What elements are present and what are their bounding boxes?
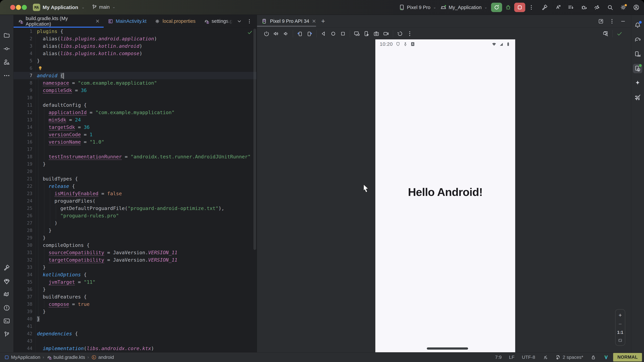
code-line-25[interactable]: 25 getDefaultProguardFile("proguard-andr… bbox=[14, 205, 256, 212]
intention-bulb-icon[interactable] bbox=[37, 65, 43, 71]
breadcrumb-item[interactable]: build.gradle.kts bbox=[46, 355, 85, 360]
vim-mode-badge[interactable]: NORMAL bbox=[613, 353, 642, 362]
code-line-3[interactable]: 3 alias(libs.plugins.kotlin.android) bbox=[14, 42, 256, 50]
zoom-in-button[interactable]: + bbox=[618, 312, 622, 318]
more-run-actions-button[interactable] bbox=[526, 3, 536, 12]
attach-debugger-button[interactable] bbox=[579, 3, 589, 12]
more-vertical-icon[interactable] bbox=[609, 18, 615, 24]
code-line-33[interactable]: 33 } bbox=[14, 264, 256, 271]
code-line-6[interactable]: 6 bbox=[14, 64, 256, 72]
tool-window-app-quality-insights-button[interactable] bbox=[2, 277, 12, 286]
code-line-42[interactable]: 42dependencies { bbox=[14, 330, 256, 337]
settings-button[interactable] bbox=[618, 3, 628, 12]
breadcrumb-item[interactable]: android bbox=[91, 355, 114, 360]
emulator-device-tab[interactable]: Pixel 9 Pro API 34 ✕ bbox=[257, 15, 318, 27]
emulator-device-settings-button[interactable] bbox=[362, 29, 372, 38]
code-line-15[interactable]: 15 versionCode = 1 bbox=[14, 131, 256, 138]
emulator-volume-up-button[interactable] bbox=[271, 29, 281, 38]
macos-close-button[interactable] bbox=[10, 5, 15, 10]
code-line-43[interactable]: 43 bbox=[14, 337, 256, 345]
tool-window-project-folder-button[interactable] bbox=[2, 31, 12, 40]
code-line-11[interactable]: 11 defaultConfig { bbox=[14, 101, 256, 109]
emulator-display-mode-button[interactable] bbox=[352, 29, 362, 38]
tool-window-logcat-button[interactable] bbox=[2, 290, 12, 300]
code-line-20[interactable]: 20 bbox=[14, 168, 256, 175]
code-line-40[interactable]: 40} bbox=[14, 315, 256, 323]
editor-tab-2[interactable]: MainActivity.kt bbox=[104, 15, 150, 27]
device-selector[interactable]: Pixel 9 Pro ⌄ bbox=[398, 4, 436, 11]
tool-window-build-hammer-button[interactable] bbox=[2, 263, 12, 272]
code-line-31[interactable]: 31 sourceCompatibility = JavaVersion.VER… bbox=[14, 249, 256, 256]
project-widget[interactable]: MA My Application ⌄ bbox=[33, 4, 85, 11]
code-line-38[interactable]: 38 compose = true bbox=[14, 301, 256, 308]
phone-screen[interactable]: 10:20 Hello Android! bbox=[375, 39, 515, 352]
code-line-39[interactable]: 39 } bbox=[14, 308, 256, 315]
emulator-rotate-left-button[interactable] bbox=[295, 29, 305, 38]
tool-window-airplane-button[interactable] bbox=[633, 93, 642, 102]
stop-button[interactable] bbox=[514, 3, 525, 12]
search-button[interactable] bbox=[606, 3, 615, 12]
code-line-28[interactable]: 28 } bbox=[14, 227, 256, 234]
tool-window-terminal-button[interactable] bbox=[2, 316, 12, 326]
code-line-27[interactable]: 27 ) bbox=[14, 219, 256, 227]
tool-window-running-devices-button[interactable] bbox=[633, 64, 642, 73]
code-editor[interactable]: 1plugins {2 alias(libs.plugins.android.a… bbox=[14, 28, 256, 352]
macos-minimize-button[interactable] bbox=[16, 5, 21, 10]
code-line-23[interactable]: 23 isMinifyEnabled = false bbox=[14, 190, 256, 197]
code-line-14[interactable]: 14 targetSdk = 36 bbox=[14, 123, 256, 131]
editor-scrollbar[interactable] bbox=[254, 29, 256, 250]
tab-list-dropdown[interactable] bbox=[236, 18, 242, 24]
code-line-34[interactable]: 34 kotlinOptions { bbox=[14, 271, 256, 278]
code-line-1[interactable]: 1plugins { bbox=[14, 28, 256, 35]
readonly-toggle[interactable] bbox=[591, 355, 596, 360]
ai-assistant-status[interactable] bbox=[542, 355, 548, 360]
run-configuration-selector[interactable]: My_Application ⌄ bbox=[440, 4, 487, 11]
caret-position[interactable]: 7:9 bbox=[495, 355, 502, 360]
close-icon[interactable]: ✕ bbox=[96, 18, 100, 24]
minimize-icon[interactable] bbox=[620, 18, 626, 24]
zoom-to-fit-icon[interactable] bbox=[618, 338, 622, 343]
file-encoding[interactable]: UTF-8 bbox=[522, 355, 535, 360]
code-line-41[interactable]: 41 bbox=[14, 323, 256, 330]
code-line-4[interactable]: 4 alias(libs.plugins.kotlin.compose) bbox=[14, 50, 256, 57]
emulator-home-button[interactable] bbox=[328, 29, 338, 38]
tool-window-gemini-sparkle-button[interactable] bbox=[633, 78, 642, 88]
emulator-rotate-right-button[interactable] bbox=[305, 29, 314, 38]
code-line-37[interactable]: 37 buildFeatures { bbox=[14, 293, 256, 301]
code-line-21[interactable]: 21 buildTypes { bbox=[14, 175, 256, 183]
apply-code-changes-button[interactable] bbox=[566, 3, 576, 12]
apply-changes-button[interactable] bbox=[553, 3, 562, 12]
emulator-volume-down-button[interactable] bbox=[281, 29, 291, 38]
code-line-36[interactable]: 36 } bbox=[14, 286, 256, 293]
code-line-18[interactable]: 18 testInstrumentationRunner = "androidx… bbox=[14, 153, 256, 160]
code-line-8[interactable]: 8 namespace = "com.example.myapplication… bbox=[14, 79, 256, 87]
editor-tab-4[interactable]: settings.g bbox=[200, 15, 236, 27]
code-line-30[interactable]: 30 compileOptions { bbox=[14, 242, 256, 249]
tool-window-version-control-button[interactable] bbox=[2, 330, 12, 339]
indent-config[interactable]: 2 spaces* bbox=[555, 355, 583, 360]
emulator-screenshot-button[interactable] bbox=[372, 29, 381, 38]
profiler-button[interactable] bbox=[592, 3, 602, 12]
tool-window-commit-button[interactable] bbox=[2, 44, 12, 53]
emulator-frames-search-button[interactable] bbox=[601, 29, 610, 38]
inspections-ok-icon[interactable] bbox=[247, 29, 253, 35]
tool-window-resource-manager-button[interactable] bbox=[2, 57, 12, 67]
add-device-tab-button[interactable]: + bbox=[318, 17, 328, 25]
ideavim-toggle[interactable] bbox=[604, 355, 609, 360]
code-line-10[interactable]: 10 bbox=[14, 94, 256, 101]
tool-window-gradle-elephant-button[interactable] bbox=[633, 35, 642, 44]
tool-window-notifications-bell-button[interactable] bbox=[633, 21, 642, 30]
zoom-out-button[interactable]: − bbox=[618, 321, 622, 327]
account-button[interactable] bbox=[632, 3, 641, 12]
open-in-window-icon[interactable] bbox=[598, 18, 604, 24]
code-line-29[interactable]: 29 } bbox=[14, 234, 256, 242]
emulator-check-button[interactable] bbox=[615, 29, 624, 38]
macos-zoom-button[interactable] bbox=[22, 5, 27, 10]
code-line-2[interactable]: 2 alias(libs.plugins.android.application… bbox=[14, 35, 256, 42]
tool-window-problems-button[interactable] bbox=[2, 303, 12, 313]
close-icon[interactable]: ✕ bbox=[312, 18, 316, 24]
emulator-more-vertical-button[interactable] bbox=[405, 29, 414, 38]
code-line-9[interactable]: 9 compileSdk = 36 bbox=[14, 87, 256, 94]
gesture-navigation-pill[interactable] bbox=[427, 348, 468, 350]
code-line-26[interactable]: 26 "proguard-rules.pro" bbox=[14, 212, 256, 219]
